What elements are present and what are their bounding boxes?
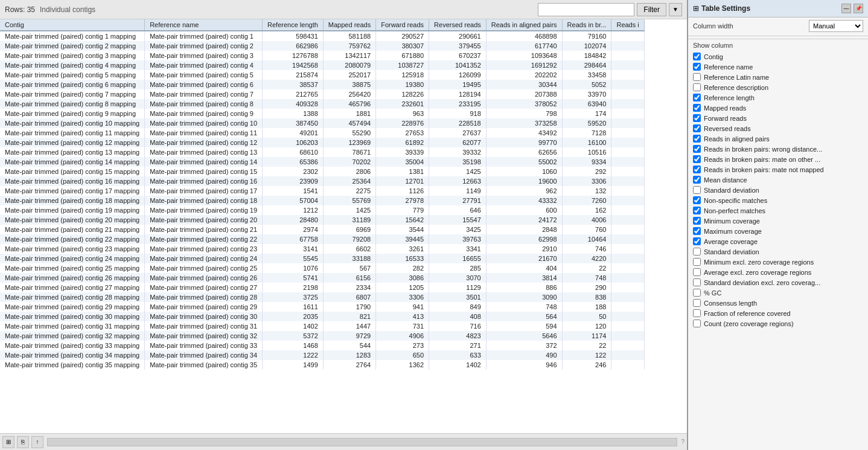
filter-button[interactable]: Filter bbox=[637, 3, 666, 16]
table-row[interactable]: Mate-pair trimmed (paired) contig 22 map… bbox=[0, 234, 644, 244]
show-column-item[interactable]: Average excl. zero coverage regions bbox=[688, 267, 868, 277]
column-checkbox[interactable] bbox=[693, 124, 701, 132]
table-row[interactable]: Mate-pair trimmed (paired) contig 27 map… bbox=[0, 283, 644, 292]
table-row[interactable]: Mate-pair trimmed (paired) contig 12 map… bbox=[0, 138, 644, 147]
column-checkbox[interactable] bbox=[693, 94, 701, 101]
show-column-item[interactable]: Maximum coverage bbox=[688, 226, 868, 236]
show-column-item[interactable]: Minimum excl. zero coverage regions bbox=[688, 257, 868, 267]
table-row[interactable]: Mate-pair trimmed (paired) contig 23 map… bbox=[0, 244, 644, 254]
show-column-item[interactable]: Consensus length bbox=[688, 298, 868, 308]
table-row[interactable]: Mate-pair trimmed (paired) contig 18 map… bbox=[0, 196, 644, 205]
panel-scroll-area[interactable]: Column width Manual Auto Fixed Show colu… bbox=[688, 18, 868, 450]
filter-dropdown-button[interactable]: ▼ bbox=[669, 3, 682, 16]
column-checkbox[interactable] bbox=[693, 166, 701, 173]
table-row[interactable]: Mate-pair trimmed (paired) contig 7 mapp… bbox=[0, 89, 644, 99]
show-column-item[interactable]: Mapped reads bbox=[688, 103, 868, 113]
show-column-item[interactable]: Forward reads bbox=[688, 113, 868, 123]
column-checkbox[interactable] bbox=[693, 53, 701, 60]
column-checkbox[interactable] bbox=[693, 196, 701, 204]
table-row[interactable]: Mate-pair trimmed (paired) contig 29 map… bbox=[0, 302, 644, 312]
panel-pin-button[interactable]: 📌 bbox=[854, 4, 863, 13]
column-checkbox[interactable] bbox=[693, 237, 701, 245]
table-row[interactable]: Mate-pair trimmed (paired) contig 14 map… bbox=[0, 157, 644, 167]
show-column-item[interactable]: Reference length bbox=[688, 92, 868, 103]
filter-input[interactable] bbox=[538, 3, 634, 16]
column-checkbox[interactable] bbox=[693, 83, 701, 91]
table-row[interactable]: Mate-pair trimmed (paired) contig 13 map… bbox=[0, 147, 644, 157]
table-row[interactable]: Mate-pair trimmed (paired) contig 9 mapp… bbox=[0, 109, 644, 118]
column-checkbox[interactable] bbox=[693, 63, 701, 71]
column-checkbox[interactable] bbox=[693, 114, 701, 122]
table-row[interactable]: Mate-pair trimmed (paired) contig 21 map… bbox=[0, 225, 644, 234]
show-column-item[interactable]: Non-specific matches bbox=[688, 195, 868, 205]
table-row[interactable]: Mate-pair trimmed (paired) contig 8 mapp… bbox=[0, 99, 644, 109]
table-row[interactable]: Mate-pair trimmed (paired) contig 25 map… bbox=[0, 263, 644, 273]
column-checkbox[interactable] bbox=[693, 217, 701, 225]
col-header-reversed[interactable]: Reversed reads bbox=[429, 19, 487, 31]
table-row[interactable]: Mate-pair trimmed (paired) contig 16 map… bbox=[0, 176, 644, 186]
show-column-item[interactable]: Reads in aligned pairs bbox=[688, 133, 868, 144]
col-header-contig[interactable]: Contig bbox=[0, 19, 145, 31]
table-row[interactable]: Mate-pair trimmed (paired) contig 11 map… bbox=[0, 128, 644, 138]
table-row[interactable]: Mate-pair trimmed (paired) contig 17 map… bbox=[0, 186, 644, 196]
table-row[interactable]: Mate-pair trimmed (paired) contig 32 map… bbox=[0, 331, 644, 341]
show-column-item[interactable]: Fraction of reference covered bbox=[688, 308, 868, 318]
column-checkbox[interactable] bbox=[693, 289, 701, 297]
show-column-item[interactable]: Reads in broken pairs: wrong distance... bbox=[688, 144, 868, 154]
show-column-item[interactable]: Mean distance bbox=[688, 175, 868, 185]
column-checkbox[interactable] bbox=[693, 299, 701, 307]
show-column-item[interactable]: Reads in broken pairs: mate not mapped bbox=[688, 164, 868, 175]
column-checkbox[interactable] bbox=[693, 309, 701, 317]
table-row[interactable]: Mate-pair trimmed (paired) contig 15 map… bbox=[0, 167, 644, 176]
column-checkbox[interactable] bbox=[693, 145, 701, 153]
show-column-item[interactable]: Average coverage bbox=[688, 236, 868, 246]
col-header-reads-i[interactable]: Reads i bbox=[611, 19, 644, 31]
column-checkbox[interactable] bbox=[693, 104, 701, 112]
col-header-mapped[interactable]: Mapped reads bbox=[323, 19, 375, 31]
table-row[interactable]: Mate-pair trimmed (paired) contig 24 map… bbox=[0, 254, 644, 263]
table-row[interactable]: Mate-pair trimmed (paired) contig 28 map… bbox=[0, 292, 644, 302]
show-column-item[interactable]: Minimum coverage bbox=[688, 216, 868, 226]
show-column-item[interactable]: Standard deviation bbox=[688, 246, 868, 257]
column-checkbox[interactable] bbox=[693, 155, 701, 163]
table-row[interactable]: Mate-pair trimmed (paired) contig 19 map… bbox=[0, 205, 644, 215]
col-header-reads-br[interactable]: Reads in br... bbox=[562, 19, 611, 31]
horizontal-scrollbar[interactable] bbox=[47, 438, 677, 446]
table-row[interactable]: Mate-pair trimmed (paired) contig 30 map… bbox=[0, 312, 644, 321]
column-checkbox[interactable] bbox=[693, 207, 701, 214]
column-checkbox[interactable] bbox=[693, 258, 701, 266]
col-header-forward[interactable]: Forward reads bbox=[376, 19, 429, 31]
col-header-refname[interactable]: Reference name bbox=[145, 19, 263, 31]
table-row[interactable]: Mate-pair trimmed (paired) contig 1 mapp… bbox=[0, 31, 644, 41]
table-row[interactable]: Mate-pair trimmed (paired) contig 26 map… bbox=[0, 273, 644, 283]
column-checkbox[interactable] bbox=[693, 268, 701, 276]
table-row[interactable]: Mate-pair trimmed (paired) contig 34 map… bbox=[0, 350, 644, 360]
show-column-item[interactable]: Reference Latin name bbox=[688, 72, 868, 82]
table-container[interactable]: Contig Reference name Reference length M… bbox=[0, 19, 687, 433]
show-column-item[interactable]: Reads in broken pairs: mate on other ... bbox=[688, 154, 868, 164]
show-column-item[interactable]: Standard deviation excl. zero coverag... bbox=[688, 277, 868, 288]
column-checkbox[interactable] bbox=[693, 320, 701, 327]
show-column-item[interactable]: Contig bbox=[688, 51, 868, 62]
grid-icon[interactable]: ⊞ bbox=[2, 436, 14, 448]
col-header-aligned-pairs[interactable]: Reads in aligned pairs bbox=[486, 19, 562, 31]
column-checkbox[interactable] bbox=[693, 227, 701, 235]
show-column-item[interactable]: % GC bbox=[688, 288, 868, 298]
column-checkbox[interactable] bbox=[693, 248, 701, 256]
table-row[interactable]: Mate-pair trimmed (paired) contig 31 map… bbox=[0, 321, 644, 331]
table-row[interactable]: Mate-pair trimmed (paired) contig 4 mapp… bbox=[0, 60, 644, 70]
table-row[interactable]: Mate-pair trimmed (paired) contig 3 mapp… bbox=[0, 51, 644, 60]
column-checkbox[interactable] bbox=[693, 186, 701, 194]
copy-icon[interactable]: ⎘ bbox=[17, 436, 29, 448]
table-row[interactable]: Mate-pair trimmed (paired) contig 35 map… bbox=[0, 360, 644, 370]
show-column-item[interactable]: Reversed reads bbox=[688, 123, 868, 133]
table-row[interactable]: Mate-pair trimmed (paired) contig 10 map… bbox=[0, 118, 644, 128]
panel-minimize-button[interactable]: — bbox=[841, 4, 851, 13]
show-column-item[interactable]: Reference name bbox=[688, 62, 868, 72]
show-column-item[interactable]: Non-perfect matches bbox=[688, 205, 868, 216]
table-row[interactable]: Mate-pair trimmed (paired) contig 33 map… bbox=[0, 341, 644, 350]
show-column-item[interactable]: Count (zero coverage regions) bbox=[688, 318, 868, 329]
show-column-item[interactable]: Reference description bbox=[688, 82, 868, 92]
export-icon[interactable]: ↑ bbox=[31, 436, 43, 448]
column-width-select[interactable]: Manual Auto Fixed bbox=[809, 20, 863, 32]
